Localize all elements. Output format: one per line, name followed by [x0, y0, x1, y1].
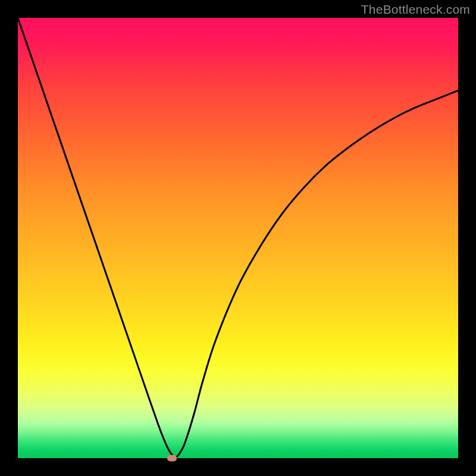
plot-area	[18, 18, 458, 458]
bottleneck-curve	[18, 18, 458, 458]
watermark-text: TheBottleneck.com	[361, 2, 470, 17]
optimal-point-marker	[167, 455, 177, 462]
chart-frame: TheBottleneck.com	[0, 0, 476, 476]
